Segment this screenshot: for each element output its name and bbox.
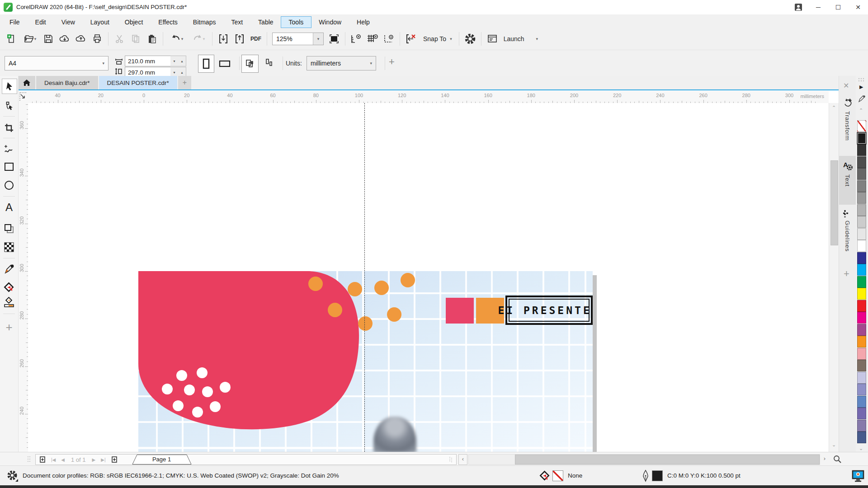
print-button[interactable] [90,31,105,47]
snap-off-button[interactable] [403,31,419,47]
fill-color-swatch[interactable] [552,470,563,481]
landscape-orientation-button[interactable] [216,55,233,72]
palette-swatch-orange[interactable] [857,336,866,347]
hscroll-right-button[interactable]: › [821,454,828,464]
portrait-orientation-button[interactable] [198,55,214,73]
palette-swatch-white[interactable] [857,240,866,252]
palette-swatch-magenta[interactable] [857,312,866,324]
transparency-tool[interactable] [2,240,16,254]
page-width-spinner[interactable]: ▾▴ [170,56,186,66]
palette-scroll-down-icon[interactable]: ⌄ [859,446,863,451]
white-dot[interactable] [220,382,231,393]
units-combobox[interactable]: millimeters ▾ [307,56,376,70]
palette-swatch-cornflower[interactable] [857,396,866,408]
rectangle-tool[interactable] [2,160,16,174]
show-grid-toggle[interactable] [365,31,380,47]
pick-tool[interactable] [2,79,17,94]
page-tab[interactable]: Page 1 [132,455,192,465]
outline-color-swatch[interactable] [652,470,663,481]
copy-button[interactable] [128,31,143,47]
palette-swatch-periwinkle[interactable] [857,384,866,395]
drawing-canvas[interactable]: EI PRESENTED [28,103,829,452]
account-icon[interactable] [788,0,808,14]
palette-swatch-brown[interactable] [857,360,866,371]
ellipse-tool[interactable] [2,178,16,192]
palette-swatch-gray-80[interactable] [857,156,866,168]
new-tab-button[interactable]: + [178,76,191,89]
headline-box[interactable]: EI PRESENTED [505,296,593,325]
orange-dot[interactable] [308,277,323,291]
page-size-combobox[interactable]: A4 ▾ [5,56,108,70]
orange-dot[interactable] [374,281,389,295]
outline-pen-icon[interactable] [642,469,649,482]
new-document-button[interactable] [4,31,19,47]
palette-swatch-cyan[interactable] [857,264,866,276]
last-page-button[interactable]: ▶| [98,457,108,462]
color-management-icon[interactable] [852,470,864,482]
palette-swatch-gray-40[interactable] [857,204,866,216]
text-docker-icon[interactable]: A [842,160,853,171]
paste-button[interactable] [144,31,160,47]
open-button[interactable]: ▾ [20,31,40,47]
scroll-down-icon[interactable]: ⌄ [832,442,836,448]
cloud-upload-button[interactable] [73,31,89,47]
import-button[interactable] [216,31,231,47]
docker-tab-guidelines[interactable]: Guidelines [844,221,851,252]
palette-swatch-gray-60[interactable] [857,180,866,192]
crop-tool[interactable] [2,121,16,135]
palette-swatch-black[interactable] [857,132,866,144]
pagestrip-resize-grip[interactable] [449,456,453,463]
color-eyedropper-tool[interactable] [2,262,16,277]
orange-dot[interactable] [358,316,373,331]
undo-button[interactable]: ▾ [166,31,187,47]
options-button[interactable] [462,31,478,47]
add-property-button[interactable]: + [389,56,395,68]
menu-view[interactable]: View [54,17,83,28]
palette-swatch-gray-20[interactable] [857,228,866,240]
palette-swatch-gray-90[interactable] [857,144,866,156]
orange-dot[interactable] [401,273,415,287]
fill-status-icon[interactable] [539,470,551,482]
horizontal-ruler[interactable]: millimeters 4020020406080100120140160180… [28,91,829,103]
shape-tool[interactable] [2,99,16,113]
next-page-button[interactable]: ▶ [90,457,99,462]
orange-dot[interactable] [348,282,362,296]
close-button[interactable]: ✕ [848,0,868,14]
palette-swatch-lavender[interactable] [857,372,866,384]
add-page-start-button[interactable] [36,456,48,463]
minimize-button[interactable]: ─ [808,0,828,14]
cloud-download-button[interactable] [57,31,72,47]
snap-to-dropdown[interactable]: Snap To ▾ [420,35,456,42]
transform-docker-icon[interactable] [842,98,853,108]
add-tool-button[interactable]: + [2,320,16,334]
show-rulers-toggle[interactable] [349,31,364,47]
vertical-scrollbar-thumb[interactable] [830,160,838,245]
white-dot[interactable] [210,401,221,412]
first-page-button[interactable]: |◀ [48,457,58,462]
drop-shadow-tool[interactable] [2,221,16,236]
white-dot[interactable] [184,385,195,395]
menu-text[interactable]: Text [223,17,250,28]
text-tool[interactable]: A [2,200,16,215]
menu-table[interactable]: Table [250,17,281,28]
menu-bitmaps[interactable]: Bitmaps [185,17,224,28]
guidelines-docker-icon[interactable] [842,208,853,219]
palette-swatch-blue[interactable] [857,252,866,264]
white-dot[interactable] [173,400,184,411]
horizontal-scrollbar-thumb[interactable] [515,455,820,465]
palette-swatch-pink[interactable] [857,348,866,360]
zoom-tool-icon[interactable] [833,455,842,464]
add-docker-button[interactable]: + [844,268,849,280]
orange-dot[interactable] [387,307,401,322]
vertical-ruler[interactable]: 360340320300280260240 [18,103,28,452]
menu-tools[interactable]: Tools [281,17,311,28]
current-page-button[interactable] [260,55,277,72]
welcome-home-tab[interactable] [18,76,35,89]
interactive-fill-tool[interactable] [2,280,16,295]
horizontal-scrollbar[interactable] [468,454,820,465]
docker-close-icon[interactable]: ✕ [843,81,849,90]
menu-window[interactable]: Window [311,17,349,28]
hscroll-left-button[interactable]: ‹ [458,454,467,465]
add-page-end-button[interactable] [108,456,120,463]
publish-to-pdf-button[interactable]: PDF [248,31,264,47]
